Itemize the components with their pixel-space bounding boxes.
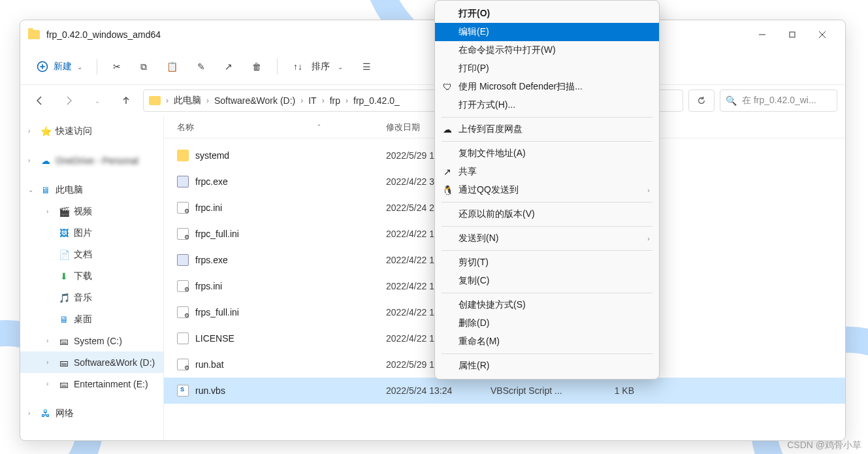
menu-item[interactable]: ☁上传到百度网盘: [435, 120, 659, 138]
close-button[interactable]: [807, 24, 837, 45]
svg-rect-1: [790, 32, 795, 37]
file-row[interactable]: run.vbs 2022/5/24 13:24 VBScript Script …: [164, 378, 845, 404]
menu-label: 还原以前的版本(V): [458, 208, 535, 220]
crumb-frp[interactable]: frp: [330, 95, 340, 106]
file-date: 2022/5/24 13:24: [386, 385, 477, 396]
recent-dropdown[interactable]: ⌄: [86, 89, 109, 112]
txt-icon: [177, 332, 189, 344]
file-name: run.vbs: [195, 385, 225, 396]
paste-button[interactable]: 📋: [159, 57, 185, 76]
crumb-it[interactable]: IT: [308, 95, 316, 106]
sidebar-quick-access[interactable]: ›⭐快速访问: [20, 120, 163, 142]
sort-button[interactable]: ↑↓ 排序 ⌄: [285, 57, 351, 76]
context-menu: 打开(O)编辑(E)在命令提示符中打开(W)打印(P)🛡使用 Microsoft…: [434, 0, 660, 380]
search-input[interactable]: 🔍 在 frp_0.42.0_wi...: [720, 89, 837, 112]
menu-item[interactable]: 打开方式(H)...: [435, 96, 659, 114]
folder-icon: [149, 96, 161, 105]
minimize-button[interactable]: [747, 24, 777, 45]
submenu-arrow-icon: ›: [647, 186, 650, 194]
crumb-current[interactable]: frp_0.42.0_: [353, 95, 400, 106]
menu-item[interactable]: 复制文件地址(A): [435, 144, 659, 163]
rename-button[interactable]: ✎: [189, 57, 213, 76]
menu-item[interactable]: 复制(C): [435, 272, 659, 290]
explorer-window: frp_0.42.0_windows_amd64 新建 ⌄ ✂ ⧉ 📋 ✎ ↗ …: [20, 20, 846, 441]
sidebar-entertainment[interactable]: ›🖴Entertainment (E:): [20, 373, 163, 395]
sidebar: ›⭐快速访问 ›☁OneDrive - Personal ⌄🖥此电脑 ›🎬视频 …: [20, 116, 164, 440]
sidebar-music[interactable]: 🎵音乐: [20, 287, 163, 308]
new-button[interactable]: 新建 ⌄: [30, 57, 89, 76]
toolbar: 新建 ⌄ ✂ ⧉ 📋 ✎ ↗ 🗑 ↑↓ 排序 ⌄ ☰: [20, 49, 845, 85]
file-name: frpc.ini: [195, 203, 222, 213]
view-button[interactable]: ☰: [355, 57, 379, 76]
menu-label: 打印(P): [458, 63, 489, 74]
menu-label: 打开方式(H)...: [458, 99, 515, 111]
menu-label: 重命名(M): [458, 336, 500, 348]
menu-label: 剪切(T): [458, 257, 489, 268]
file-name: run.bat: [195, 359, 224, 370]
cut-button[interactable]: ✂: [105, 57, 129, 76]
exe-icon: [177, 254, 189, 266]
menu-label: 删除(D): [458, 317, 489, 329]
menu-item[interactable]: ↗共享: [435, 163, 659, 181]
forward-button[interactable]: [57, 89, 80, 112]
menu-item[interactable]: 在命令提示符中打开(W): [435, 41, 659, 59]
menu-icon: 🐧: [442, 185, 453, 195]
menu-item[interactable]: 🐧通过QQ发送到›: [435, 181, 659, 199]
chevron-down-icon: ⌄: [77, 63, 82, 71]
menu-item[interactable]: 打开(O): [435, 5, 659, 23]
exe-icon: [177, 176, 189, 187]
file-size: 1 KB: [588, 385, 634, 396]
sidebar-documents[interactable]: 📄文档: [20, 244, 163, 265]
ini-icon: [177, 202, 189, 214]
maximize-button[interactable]: [777, 24, 807, 45]
folder-icon: [28, 30, 40, 39]
delete-button[interactable]: 🗑: [244, 57, 269, 76]
menu-item[interactable]: 还原以前的版本(V): [435, 205, 659, 223]
sidebar-softwarework[interactable]: ›🖴Software&Work (D:): [20, 351, 163, 373]
menu-icon: 🛡: [442, 82, 453, 92]
menu-icon: ☁: [442, 124, 453, 135]
sidebar-pictures[interactable]: 🖼图片: [20, 222, 163, 244]
col-name[interactable]: 名称˄: [177, 122, 386, 133]
menu-item[interactable]: 编辑(E): [435, 23, 659, 41]
menu-label: 发送到(N): [458, 233, 498, 244]
menu-item[interactable]: 🛡使用 Microsoft Defender扫描...: [435, 78, 659, 96]
folder-icon: [177, 150, 189, 161]
sidebar-systemc[interactable]: ›🖴System (C:): [20, 330, 163, 351]
menu-item[interactable]: 创建快捷方式(S): [435, 296, 659, 314]
sidebar-thispc[interactable]: ⌄🖥此电脑: [20, 179, 163, 201]
ini-icon: [177, 359, 189, 370]
ini-icon: [177, 306, 189, 318]
refresh-button[interactable]: [688, 89, 715, 112]
window-title: frp_0.42.0_windows_amd64: [46, 29, 161, 40]
sidebar-downloads[interactable]: ⬇下载: [20, 265, 163, 287]
sidebar-video[interactable]: ›🎬视频: [20, 201, 163, 222]
back-button[interactable]: [28, 89, 52, 112]
menu-label: 创建快捷方式(S): [458, 299, 526, 311]
up-button[interactable]: [114, 89, 138, 112]
sort-asc-icon: ˄: [317, 123, 386, 131]
menu-label: 上传到百度网盘: [458, 123, 522, 135]
menu-label: 通过QQ发送到: [458, 184, 519, 196]
menu-label: 编辑(E): [458, 26, 489, 38]
sidebar-desktop[interactable]: 🖥桌面: [20, 308, 163, 330]
watermark: CSDN @鸡骨小草: [787, 440, 861, 451]
menu-item[interactable]: 重命名(M): [435, 332, 659, 351]
menu-item[interactable]: 删除(D): [435, 314, 659, 332]
menu-item[interactable]: 打印(P): [435, 59, 659, 78]
crumb-drive[interactable]: Software&Work (D:): [214, 95, 295, 106]
share-button[interactable]: ↗: [217, 57, 240, 76]
copy-button[interactable]: ⧉: [133, 57, 155, 76]
crumb-thispc[interactable]: 此电脑: [174, 95, 201, 106]
file-name: frps_full.ini: [195, 307, 239, 317]
menu-item[interactable]: 剪切(T): [435, 253, 659, 272]
menu-label: 使用 Microsoft Defender扫描...: [458, 81, 583, 93]
ini-icon: [177, 280, 189, 292]
menu-label: 在命令提示符中打开(W): [458, 44, 556, 56]
menu-label: 打开(O): [458, 8, 490, 20]
menu-item[interactable]: 属性(R): [435, 357, 659, 375]
sidebar-onedrive[interactable]: ›☁OneDrive - Personal: [20, 150, 163, 171]
submenu-arrow-icon: ›: [647, 235, 650, 242]
menu-item[interactable]: 发送到(N)›: [435, 229, 659, 248]
sidebar-network[interactable]: ›🖧网络: [20, 402, 163, 424]
